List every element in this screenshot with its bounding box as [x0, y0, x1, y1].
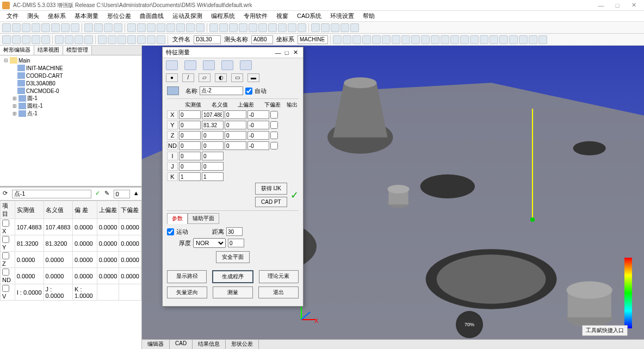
mode-icon[interactable]: ●	[166, 73, 178, 82]
maximize-button[interactable]: □	[609, 2, 626, 9]
tool-icon[interactable]	[12, 23, 21, 32]
tool-icon[interactable]	[268, 23, 277, 32]
nominal-input[interactable]	[202, 162, 224, 171]
mode-icon[interactable]: /	[182, 73, 194, 82]
tool-icon[interactable]	[2, 35, 11, 44]
menu-item[interactable]: 曲面曲线	[135, 11, 168, 21]
tool-icon[interactable]	[219, 23, 228, 32]
tree-tab[interactable]: 树形编辑器	[0, 46, 34, 55]
row-check[interactable]	[2, 269, 9, 276]
tab-auxplane[interactable]: 辅助平面	[188, 213, 219, 224]
tree-root[interactable]: Main	[18, 58, 30, 64]
menu-item[interactable]: CAD系统	[293, 11, 326, 21]
tool-icon[interactable]	[117, 35, 126, 44]
tool-icon[interactable]	[538, 35, 547, 44]
thick-select[interactable]: NOR	[193, 238, 226, 248]
tool-icon[interactable]	[239, 23, 247, 32]
tool-icon[interactable]	[401, 35, 410, 44]
menu-item[interactable]: 运动及探测	[168, 11, 207, 21]
tool-icon[interactable]	[84, 35, 93, 44]
edit-icon[interactable]: ✎	[104, 190, 110, 198]
measure-button[interactable]: 测量	[213, 286, 253, 298]
tool-icon[interactable]	[460, 35, 469, 44]
tool-icon[interactable]	[333, 35, 342, 44]
menu-item[interactable]: 基本测量	[70, 11, 103, 21]
output-check[interactable]	[270, 110, 278, 119]
tool-icon[interactable]	[278, 23, 287, 32]
tool-icon[interactable]	[421, 35, 430, 44]
uptol-input[interactable]	[225, 131, 246, 140]
tree-item[interactable]: COORD-CART	[26, 73, 63, 79]
tool-icon[interactable]	[321, 23, 330, 32]
show-path-button[interactable]: 显示路径	[167, 270, 207, 283]
measured-input[interactable]	[179, 131, 201, 140]
tool-icon[interactable]	[288, 23, 296, 32]
nominal-input[interactable]	[202, 131, 224, 140]
tool-icon[interactable]	[352, 35, 361, 44]
tool-icon[interactable]	[311, 23, 320, 32]
tool-icon[interactable]	[2, 23, 11, 32]
tree-tab[interactable]: 结果视图	[34, 46, 63, 55]
move-checkbox[interactable]	[167, 228, 174, 235]
tool-icon[interactable]	[157, 35, 165, 44]
cad-pt-button[interactable]: CAD PT	[255, 197, 287, 207]
tool-icon[interactable]	[94, 23, 103, 32]
viewport-tab[interactable]: CAD	[170, 340, 193, 349]
vector-reverse-button[interactable]: 矢量逆向	[167, 286, 207, 298]
menu-item[interactable]: 坐标系	[44, 11, 70, 21]
tool-icon[interactable]	[490, 35, 498, 44]
tool-icon[interactable]	[249, 23, 257, 32]
item-name-input[interactable]	[12, 190, 91, 198]
row-check[interactable]	[2, 285, 9, 292]
tree-item[interactable]: CNCMODE-0	[26, 88, 59, 94]
tool-icon[interactable]	[84, 23, 93, 32]
tool-icon[interactable]	[509, 35, 518, 44]
uptol-input[interactable]	[225, 121, 246, 129]
lotol-input[interactable]	[247, 110, 269, 119]
nominal-input[interactable]	[202, 152, 224, 160]
mode-icon[interactable]: ▭	[231, 73, 243, 82]
measured-input[interactable]	[179, 172, 201, 181]
tool-icon[interactable]	[51, 23, 60, 32]
dialog-maximize[interactable]: □	[282, 49, 291, 56]
tool-icon[interactable]	[22, 23, 30, 32]
nominal-input[interactable]	[202, 121, 224, 129]
nominal-input[interactable]	[202, 172, 224, 181]
expand-icon[interactable]: ⊟	[3, 58, 9, 63]
tool-icon[interactable]	[41, 35, 50, 44]
close-button[interactable]: ✕	[626, 2, 642, 9]
tool-icon[interactable]	[12, 35, 21, 44]
tree-item[interactable]: INIT-MACHINE	[26, 65, 63, 71]
menu-item[interactable]: 帮助	[358, 11, 379, 21]
tool-icon[interactable]	[499, 35, 508, 44]
tool-icon[interactable]	[75, 35, 83, 44]
tool-icon[interactable]	[392, 35, 400, 44]
tool-icon[interactable]	[65, 35, 73, 44]
menu-item[interactable]: 形位公差	[103, 11, 135, 21]
minimize-button[interactable]: —	[593, 2, 609, 9]
generate-button[interactable]: 生成程序	[212, 270, 253, 283]
output-check[interactable]	[270, 141, 278, 150]
tool-icon[interactable]	[186, 23, 195, 32]
tool-icon[interactable]	[480, 35, 488, 44]
dialog-close[interactable]: ✕	[291, 49, 300, 56]
get-ijk-button[interactable]: 获得 IJK	[255, 183, 287, 195]
lotol-input[interactable]	[247, 131, 269, 140]
expand-icon[interactable]: ⊞	[12, 111, 17, 116]
up-icon[interactable]: ▲	[133, 190, 140, 198]
tool-icon[interactable]	[147, 23, 156, 32]
menu-item[interactable]: 环境设置	[326, 11, 358, 21]
tree-tab[interactable]: 模型管理	[63, 46, 92, 55]
tool-icon[interactable]	[209, 23, 218, 32]
measured-input[interactable]	[179, 152, 201, 160]
expand-icon[interactable]: ⊞	[12, 103, 17, 109]
lotol-input[interactable]	[247, 141, 269, 150]
uptol-input[interactable]	[225, 141, 246, 150]
tool-icon[interactable]	[258, 23, 267, 32]
tab-params[interactable]: 参数	[167, 213, 188, 224]
tool-icon[interactable]	[114, 23, 122, 32]
row-check[interactable]	[2, 236, 9, 243]
tool-icon[interactable]	[350, 23, 359, 32]
refresh-icon[interactable]: ⟳	[2, 190, 9, 198]
tool-icon[interactable]	[166, 23, 175, 32]
